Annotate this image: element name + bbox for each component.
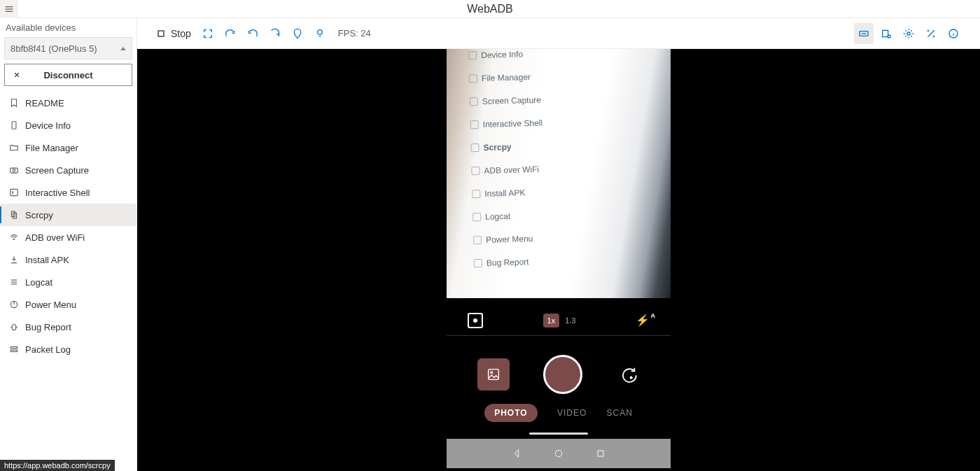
camera-actions — [447, 343, 671, 406]
android-recents-button[interactable] — [595, 448, 606, 459]
sidebar-item-logcat[interactable]: Logcat — [0, 271, 136, 293]
plug-icon — [12, 70, 22, 82]
sidebar-item-adb-wifi[interactable]: ADB over WiFi — [0, 226, 136, 248]
fullscreen-icon — [202, 28, 214, 39]
mode-scan[interactable]: SCAN — [607, 408, 633, 418]
sidebar: Available devices 8bfb8f41 (OnePlus 5) D… — [0, 18, 137, 471]
top-bar: WebADB — [0, 0, 980, 18]
bookmark-icon — [8, 97, 20, 108]
svg-point-26 — [888, 35, 890, 38]
sidebar-item-label: Screen Capture — [25, 165, 89, 176]
svg-point-36 — [631, 377, 632, 379]
menu-toggle-button[interactable] — [0, 0, 18, 18]
sidebar-item-scrcpy[interactable]: Scrcpy — [0, 204, 136, 226]
rotate-cw-button[interactable] — [220, 23, 240, 44]
sidebar-item-install-apk[interactable]: Install APK — [0, 248, 136, 271]
gallery-button[interactable] — [477, 358, 510, 391]
switch-camera-button[interactable] — [616, 363, 640, 386]
aspect-button[interactable] — [468, 313, 483, 328]
home-icon — [553, 448, 564, 459]
camera-viewfinder[interactable]: Device Info File Manager Screen Capture … — [447, 49, 671, 298]
sidebar-item-device-info[interactable]: Device Info — [0, 114, 136, 136]
download-icon — [8, 254, 20, 265]
folder-icon — [8, 142, 20, 153]
packet-icon — [8, 344, 20, 355]
camera-icon — [8, 164, 20, 176]
sidebar-item-label: Device Info — [25, 120, 71, 131]
svg-rect-6 — [10, 189, 18, 195]
sidebar-item-screen-capture[interactable]: Screen Capture — [0, 159, 136, 181]
zoom-group: 1x 1.3 — [543, 314, 576, 328]
image-icon — [486, 367, 501, 382]
disconnect-label: Disconnect — [43, 70, 92, 80]
sidebar-item-interactive-shell[interactable]: Interactive Shell — [0, 181, 136, 204]
location-button[interactable] — [288, 23, 307, 44]
keyboard-button[interactable] — [854, 23, 874, 44]
android-back-button[interactable] — [511, 448, 522, 459]
settings-button[interactable] — [899, 23, 918, 44]
shutter-button[interactable] — [543, 355, 582, 394]
sidebar-item-label: README — [25, 98, 64, 108]
sidebar-item-label: ADB over WiFi — [25, 232, 85, 243]
back-icon — [511, 448, 522, 459]
rotate-cw2-button[interactable] — [265, 23, 285, 44]
android-home-button[interactable] — [553, 448, 564, 459]
stop-button[interactable]: Stop — [151, 23, 195, 44]
fullscreen-button[interactable] — [198, 23, 218, 44]
main: Stop FPS: 24 Device Info File Ma — [137, 18, 980, 471]
svg-rect-34 — [489, 370, 499, 380]
sidebar-item-label: Scrcpy — [25, 210, 53, 220]
device-select[interactable]: 8bfb8f41 (OnePlus 5) — [4, 37, 132, 59]
svg-rect-20 — [158, 31, 164, 36]
mode-video[interactable]: VIDEO — [557, 408, 587, 418]
camera-controls-row: 1x 1.3 ⚡A — [447, 305, 671, 336]
sidebar-header: Available devices — [0, 18, 136, 37]
location-icon — [292, 28, 303, 39]
sidebar-item-label: Bug Report — [25, 322, 71, 332]
camera-modes: PHOTO VIDEO SCAN — [447, 399, 671, 427]
phone-screen[interactable]: Device Info File Manager Screen Capture … — [447, 49, 671, 468]
stop-label: Stop — [171, 28, 191, 39]
info-button[interactable] — [944, 23, 963, 44]
svg-point-21 — [317, 29, 322, 34]
sidebar-item-label: File Manager — [25, 143, 78, 153]
flash-button[interactable]: ⚡A — [636, 314, 650, 327]
power-icon — [8, 299, 20, 310]
svg-rect-19 — [10, 350, 17, 351]
svg-rect-38 — [598, 451, 603, 456]
sidebar-item-label: Logcat — [25, 277, 52, 288]
magic-button[interactable] — [921, 23, 941, 44]
log-icon — [881, 28, 892, 39]
rotate-cw-icon — [225, 28, 236, 39]
gesture-bar[interactable] — [529, 433, 588, 435]
mirrored-list: Device Info File Manager Screen Capture … — [468, 49, 547, 276]
recents-icon — [595, 448, 606, 459]
sidebar-item-power-menu[interactable]: Power Menu — [0, 293, 136, 316]
log-button[interactable] — [876, 23, 896, 44]
keyboard-icon — [858, 28, 869, 39]
fps-label: FPS: 24 — [338, 28, 371, 38]
toolbar: Stop FPS: 24 — [137, 18, 980, 49]
rotate-ccw-button[interactable] — [243, 23, 262, 44]
zoom-1x-button[interactable]: 1x — [543, 314, 560, 328]
sidebar-item-bug-report[interactable]: Bug Report — [0, 316, 136, 338]
sidebar-item-label: Interactive Shell — [25, 188, 90, 198]
zoom-alt-button[interactable]: 1.3 — [565, 316, 575, 325]
svg-point-30 — [933, 36, 934, 36]
screen-viewport[interactable]: Device Info File Manager Screen Capture … — [137, 49, 980, 471]
lightbulb-button[interactable] — [310, 23, 330, 44]
sidebar-item-file-manager[interactable]: File Manager — [0, 136, 136, 159]
sidebar-item-label: Install APK — [25, 255, 69, 265]
svg-point-35 — [491, 372, 493, 374]
sidebar-item-packet-log[interactable]: Packet Log — [0, 338, 136, 360]
bug-icon — [8, 321, 20, 332]
svg-rect-4 — [10, 168, 18, 173]
disconnect-button[interactable]: Disconnect — [4, 64, 132, 86]
svg-point-29 — [927, 30, 928, 31]
sidebar-item-readme[interactable]: README — [0, 92, 136, 114]
device-select-value: 8bfb8f41 (OnePlus 5) — [10, 43, 97, 54]
sidebar-item-label: Power Menu — [25, 300, 76, 310]
svg-point-37 — [555, 450, 561, 456]
mode-photo[interactable]: PHOTO — [484, 404, 537, 422]
gear-icon — [903, 28, 914, 39]
